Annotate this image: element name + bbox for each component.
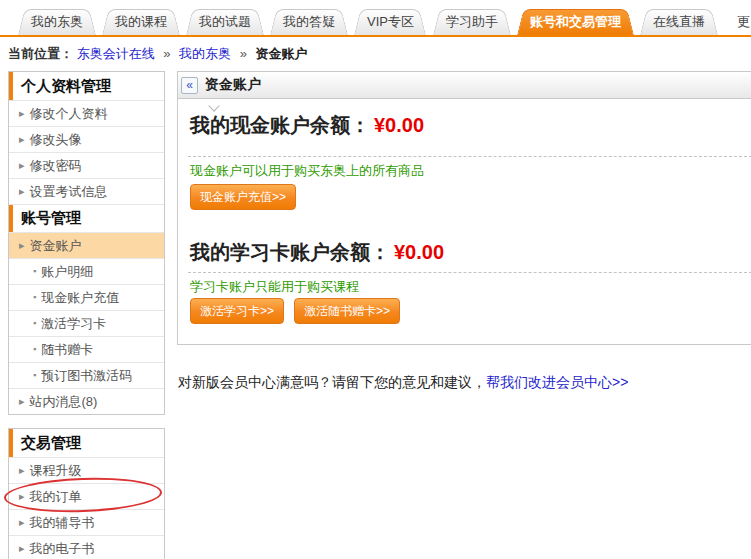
- sidebar-item-my-tutorial-books[interactable]: ▸ ▪ 我的辅导书: [9, 509, 164, 535]
- feedback-text: 对新版会员中心满意吗？请留下您的意见和建议，: [178, 374, 486, 390]
- chevron-down-icon[interactable]: [208, 100, 219, 111]
- sidebar-item-my-ebooks[interactable]: ▸ ▪ 我的电子书: [9, 535, 164, 559]
- arrow-bullet-icon: ▸: [19, 186, 25, 197]
- arrow-bullet-icon: ▸: [19, 160, 25, 171]
- square-bullet-icon: ▪: [33, 345, 36, 354]
- tab-my-dongao[interactable]: 我的东奥: [18, 9, 96, 35]
- card-balance-line: 我的学习卡账户余额：¥0.00: [190, 239, 444, 266]
- breadcrumb-link-site[interactable]: 东奥会计在线: [77, 46, 155, 61]
- tab-more[interactable]: 更多: [724, 9, 751, 35]
- sidebar-row-label: 修改头像: [30, 131, 82, 149]
- square-bullet-icon: ▪: [33, 267, 36, 276]
- sidebar-header-personal-profile: ▸ ▪ 个人资料管理: [9, 72, 164, 100]
- panel-collapse-button[interactable]: «: [181, 77, 198, 94]
- sidebar-item-account-details[interactable]: ▸ ▪ 账户明细: [9, 258, 164, 284]
- sidebar-row-label: 我的辅导书: [30, 514, 95, 532]
- sidebar-item-site-messages[interactable]: ▸ ▪ 站内消息(8): [9, 388, 164, 414]
- breadcrumb-current: 资金账户: [256, 46, 308, 61]
- sidebar-row-label: 站内消息(8): [30, 393, 98, 411]
- sidebar-header-account-management: ▸ ▪ 账号管理: [9, 204, 164, 232]
- tab-label: 我的答疑: [283, 14, 335, 29]
- sidebar-item-edit-avatar[interactable]: ▸ ▪ 修改头像: [9, 126, 164, 152]
- page: 我的东奥 我的课程 我的试题 我的答疑: [0, 0, 751, 559]
- cash-account-note: 现金账户可以用于购买东奥上的所有商品: [190, 162, 424, 180]
- breadcrumb-link-my-dongao[interactable]: 我的东奥: [179, 46, 231, 61]
- top-nav-tabbar: 我的东奥 我的课程 我的试题 我的答疑: [18, 9, 751, 35]
- nav-orange-underline: [0, 35, 751, 37]
- tab-label: VIP专区: [367, 14, 414, 29]
- arrow-bullet-icon: ▸: [19, 465, 25, 476]
- sidebar-row-label: 修改个人资料: [30, 105, 108, 123]
- sidebar-item-activate-study-card[interactable]: ▸ ▪ 激活学习卡: [9, 310, 164, 336]
- arrow-bullet-icon: ▸: [19, 396, 25, 407]
- arrow-bullet-icon: ▸: [19, 134, 25, 145]
- cash-balance-label: 我的现金账户余额：: [190, 114, 370, 136]
- square-bullet-icon: ▪: [33, 319, 36, 328]
- sidebar-item-exam-info[interactable]: ▸ ▪ 设置考试信息: [9, 178, 164, 204]
- sidebar-item-book-activation-code[interactable]: ▸ ▪ 预订图书激活码: [9, 362, 164, 388]
- activate-study-card-button[interactable]: 激活学习卡>>: [190, 298, 284, 324]
- tab-my-courses[interactable]: 我的课程: [102, 9, 180, 35]
- sidebar-row-label: 交易管理: [21, 434, 81, 453]
- card-balance-label: 我的学习卡账户余额：: [190, 241, 390, 263]
- arrow-bullet-icon: ▸: [19, 543, 25, 554]
- square-bullet-icon: ▪: [33, 371, 36, 380]
- feedback-link[interactable]: 帮我们改进会员中心>>: [486, 374, 628, 390]
- sidebar-row-label: 账户明细: [41, 263, 93, 281]
- sidebar-item-funds-account[interactable]: ▸ ▪ 资金账户: [9, 232, 164, 258]
- sidebar-row-label: 随书赠卡: [41, 341, 93, 359]
- sidebar-row-label: 预订图书激活码: [41, 367, 132, 385]
- square-bullet-icon: ▪: [33, 293, 36, 302]
- cash-balance-amount: ¥0.00: [374, 114, 424, 136]
- sidebar-row-label: 我的订单: [30, 488, 82, 506]
- sidebar-row-label: 个人资料管理: [21, 77, 111, 96]
- breadcrumb-prefix: 当前位置：: [8, 46, 73, 61]
- sidebar-item-book-gift-card[interactable]: ▸ ▪ 随书赠卡: [9, 336, 164, 362]
- tab-live-broadcast[interactable]: 在线直播: [640, 9, 718, 35]
- tab-label: 我的东奥: [31, 14, 83, 29]
- tab-my-exercises[interactable]: 我的试题: [186, 9, 264, 35]
- tab-account-and-transactions[interactable]: 账号和交易管理: [517, 9, 634, 35]
- sidebar-row-label: 课程升级: [30, 462, 82, 480]
- sidebar-transaction-box: ▸ ▪ 交易管理 ▸ ▪ 课程升级 ▸ ▪ 我的订单 ▸ ▪ 我的辅导书: [8, 428, 165, 559]
- cash-recharge-button[interactable]: 现金账户充值>>: [190, 184, 296, 210]
- sidebar-row-label: 现金账户充值: [41, 289, 119, 307]
- tab-label: 更多: [737, 14, 751, 29]
- arrow-bullet-icon: ▸: [19, 517, 25, 528]
- card-buttons-row: 激活学习卡>> 激活随书赠卡>>: [190, 298, 400, 324]
- breadcrumb-separator: »: [240, 46, 247, 61]
- card-account-note: 学习卡账户只能用于购买课程: [190, 278, 359, 296]
- sidebar-item-course-upgrade[interactable]: ▸ ▪ 课程升级: [9, 457, 164, 483]
- tab-vip-zone[interactable]: VIP专区: [354, 9, 427, 35]
- activate-book-gift-card-button[interactable]: 激活随书赠卡>>: [294, 298, 400, 324]
- tab-label: 我的试题: [199, 14, 251, 29]
- cash-balance-line: 我的现金账户余额：¥0.00: [190, 112, 424, 139]
- arrow-bullet-icon: ▸: [19, 108, 25, 119]
- sidebar-item-my-orders[interactable]: ▸ ▪ 我的订单: [9, 483, 164, 509]
- sidebar-item-edit-profile[interactable]: ▸ ▪ 修改个人资料: [9, 100, 164, 126]
- panel-header: « 资金账户: [178, 72, 751, 99]
- tab-label: 账号和交易管理: [530, 14, 621, 29]
- tab-my-qa[interactable]: 我的答疑: [270, 9, 348, 35]
- tab-study-assistant[interactable]: 学习助手: [433, 9, 511, 35]
- tab-label: 学习助手: [446, 14, 498, 29]
- arrow-bullet-icon: ▸: [19, 491, 25, 502]
- tab-label: 我的课程: [115, 14, 167, 29]
- sidebar-header-transaction-management: ▸ ▪ 交易管理: [9, 429, 164, 457]
- panel-title: 资金账户: [205, 76, 261, 94]
- tab-label: 在线直播: [653, 14, 705, 29]
- feedback-line: 对新版会员中心满意吗？请留下您的意见和建议，帮我们改进会员中心>>: [178, 374, 628, 392]
- sidebar-primary-box: ▸ ▪ 个人资料管理 ▸ ▪ 修改个人资料 ▸ ▪ 修改头像 ▸ ▪ 修改密码: [8, 71, 165, 415]
- dashed-divider: [188, 156, 751, 157]
- sidebar-row-label: 账号管理: [21, 209, 81, 228]
- funds-account-panel: « 资金账户 我的现金账户余额：¥0.00 现金账户可以用于购买东奥上的所有商品…: [177, 71, 751, 345]
- dashed-divider: [188, 272, 751, 273]
- sidebar-item-cash-recharge[interactable]: ▸ ▪ 现金账户充值: [9, 284, 164, 310]
- breadcrumb-separator: »: [163, 46, 170, 61]
- sidebar-row-label: 资金账户: [30, 237, 82, 255]
- sidebar-item-change-password[interactable]: ▸ ▪ 修改密码: [9, 152, 164, 178]
- sidebar-row-label: 修改密码: [30, 157, 82, 175]
- sidebar-row-label: 设置考试信息: [30, 183, 108, 201]
- sidebar-row-label: 我的电子书: [30, 540, 95, 558]
- sidebar-row-label: 激活学习卡: [41, 315, 106, 333]
